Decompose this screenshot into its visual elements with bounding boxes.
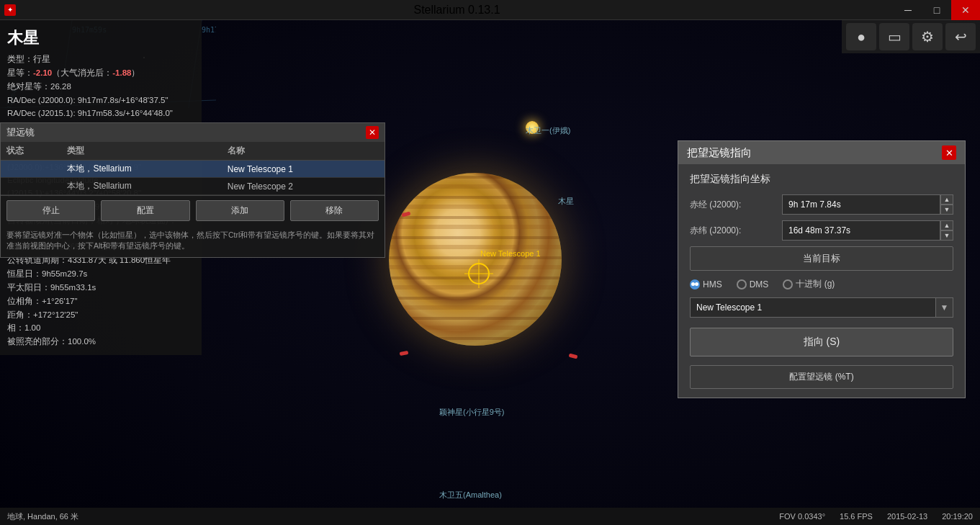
dec-spin-down[interactable]: ▼ <box>940 230 953 241</box>
ra-input-wrap: ▲ ▼ <box>782 194 953 215</box>
psyche-label: 颖神星(小行星9号) <box>439 407 504 418</box>
illumination-row: 被照亮的部分：100.0% <box>7 336 194 349</box>
display-mode-icon[interactable]: ● <box>846 23 876 50</box>
col-status: 状态 <box>1 142 61 161</box>
hms-label: HMS <box>703 279 722 290</box>
table-row[interactable]: 本地，Stellarium New Telescope 1 <box>1 161 385 178</box>
ra-input-row: 赤经 (J2000): ▲ ▼ <box>690 194 953 215</box>
decimal-label: 十进制 (g) <box>796 278 835 290</box>
mean-solar-row: 平太阳日：9h55m33.1s <box>7 282 194 295</box>
direction-panel-close[interactable]: ✕ <box>942 145 956 160</box>
ra-j2015-value: 9h17m58.3s/+16°44'48.0" <box>78 109 173 117</box>
close-button[interactable]: ✕ <box>951 0 980 20</box>
current-target-button[interactable]: 当前目标 <box>690 246 953 271</box>
select-arrow-icon[interactable]: ▼ <box>936 297 953 318</box>
point-button[interactable]: 指向 (S) <box>690 328 953 356</box>
amalthea-label: 木卫五(Amalthea) <box>439 490 502 501</box>
sidereal-row: 恒星日：9h55m29.7s <box>7 268 194 281</box>
crosshair-circle <box>468 263 490 284</box>
row2-name: New Telescope 2 <box>222 178 385 195</box>
ra-j2000-value: 9h17m7.8s/+16°48'37.5" <box>78 96 168 104</box>
titlebar: ✦ Stellarium 0.13.1 ─ □ ✕ <box>0 0 980 20</box>
col-type: 类型 <box>61 142 221 161</box>
dec-spin-up[interactable]: ▲ <box>940 220 953 230</box>
atmo-label: （大气消光后： <box>52 68 112 77</box>
abs-mag-value: 26.28 <box>50 82 71 91</box>
mean-solar-value: 9h55m33.1s <box>50 283 96 292</box>
ra-spin-up[interactable]: ▲ <box>940 194 953 205</box>
abs-mag-row: 绝对星等：26.28 <box>7 81 194 94</box>
telescope-hint: 要将望远镜对准一个物体（比如恒星），选中该物体，然后按下Ctrl和带有望远镜序号… <box>1 225 385 257</box>
minimize-button[interactable]: ─ <box>894 0 922 20</box>
dms-label: DMS <box>750 279 769 290</box>
ra-j2015-label: RA/Dec (J2015.1): <box>7 109 76 117</box>
ra-label: 赤经 (J2000): <box>690 199 776 211</box>
direction-panel-title: 把望远镜指向 <box>687 146 752 160</box>
telescope-direction-panel: 把望远镜指向 ✕ 把望远镜指向坐标 赤经 (J2000): ▲ ▼ 赤纬 (J2… <box>678 140 966 398</box>
type-value: 行星 <box>33 55 50 63</box>
hms-radio-dot <box>690 279 700 290</box>
svg-text:9h17m58s: 9h17m58s <box>202 26 216 34</box>
illum-label: 被照亮的部分： <box>7 337 68 346</box>
position-label: 距角： <box>7 310 33 319</box>
phase-label: 位相角： <box>7 297 42 305</box>
direction-panel-titlebar: 把望远镜指向 ✕ <box>678 141 965 164</box>
ra-spinner: ▲ ▼ <box>940 194 953 215</box>
crosshair-label: New Telescope 1 <box>480 249 541 258</box>
magnitude-row: 星等：-2.10（大气消光后：-1.88） <box>7 67 194 80</box>
magnitude2-row: 相：1.00 <box>7 322 194 335</box>
planet-type-row: 类型：行星 <box>7 53 194 66</box>
app-icon: ✦ <box>4 4 16 16</box>
telescope-select-wrap: New Telescope 1 New Telescope 2 ▼ <box>690 297 953 318</box>
type-label: 类型： <box>7 55 33 63</box>
telescope-select[interactable]: New Telescope 1 New Telescope 2 <box>690 297 936 318</box>
dms-radio-dot <box>737 279 747 290</box>
direction-subtitle: 把望远镜指向坐标 <box>690 173 953 186</box>
stop-button[interactable]: 停止 <box>6 200 95 221</box>
time-status: 20:19:20 <box>942 512 973 521</box>
config-telescope-button[interactable]: 配置望远镜 (%T) <box>690 365 953 389</box>
table-row[interactable]: 本地，Stellarium New Telescope 2 <box>1 178 385 195</box>
moon-indicator-3 <box>569 354 578 359</box>
dms-radio[interactable]: DMS <box>737 279 769 290</box>
status-bar: 地球, Handan, 66 米 FOV 0.0343° 15.6 FPS 20… <box>0 508 980 525</box>
abs-mag-label: 绝对星等： <box>7 82 50 91</box>
telescope-list-panel: 望远镜 ✕ 状态 类型 名称 本地，Stellarium New Telesco… <box>0 122 385 258</box>
settings-icon[interactable]: ⚙ <box>912 23 943 50</box>
window-title: Stellarium 0.13.1 <box>413 4 500 17</box>
decimal-radio[interactable]: 十进制 (g) <box>783 278 835 290</box>
sidereal-label: 恒星日： <box>7 269 42 278</box>
screen-icon[interactable]: ▭ <box>879 23 909 50</box>
row1-type: 本地，Stellarium <box>61 161 221 178</box>
add-button[interactable]: 添加 <box>196 200 284 221</box>
ra-spin-down[interactable]: ▼ <box>940 205 953 215</box>
sidereal-value: 9h55m29.7s <box>42 269 87 278</box>
row2-type: 本地，Stellarium <box>61 178 221 195</box>
row1-name: New Telescope 1 <box>222 161 385 178</box>
maximize-button[interactable]: □ <box>922 0 951 20</box>
mag-label: 星等： <box>7 68 33 77</box>
hms-radio[interactable]: HMS <box>690 279 722 290</box>
decimal-radio-dot <box>783 279 793 290</box>
remove-button[interactable]: 移除 <box>290 200 379 221</box>
position-value: +172°12'25" <box>33 310 78 319</box>
ra-input[interactable] <box>782 194 940 215</box>
window-controls: ─ □ ✕ <box>894 0 980 20</box>
atmo-value: -1.88 <box>112 68 131 77</box>
dec-input[interactable] <box>782 220 940 241</box>
mag2-value: 1.00 <box>24 323 40 332</box>
ra-j2015-row: RA/Dec (J2015.1): 9h17m58.3s/+16°44'48.0… <box>7 107 194 120</box>
configure-button[interactable]: 配置 <box>101 200 189 221</box>
phase-value: +1°26'17" <box>42 297 78 305</box>
planet-name: 木星 <box>7 26 194 50</box>
telescope-panel-title: 望远镜 <box>6 126 35 139</box>
position-row: 距角：+172°12'25" <box>7 309 194 322</box>
col-name: 名称 <box>222 142 385 161</box>
direction-content: 把望远镜指向坐标 赤经 (J2000): ▲ ▼ 赤纬 (J2000): ▲ ▼ <box>678 164 965 398</box>
telescope-table: 状态 类型 名称 本地，Stellarium New Telescope 1 本… <box>1 142 385 195</box>
dec-input-row: 赤纬 (J2000): ▲ ▼ <box>690 220 953 241</box>
illum-value: 100.0% <box>68 337 96 346</box>
ra-j2000-label: RA/Dec (J2000.0): <box>7 96 76 104</box>
back-icon[interactable]: ↩ <box>945 23 976 50</box>
telescope-panel-close[interactable]: ✕ <box>366 126 379 139</box>
